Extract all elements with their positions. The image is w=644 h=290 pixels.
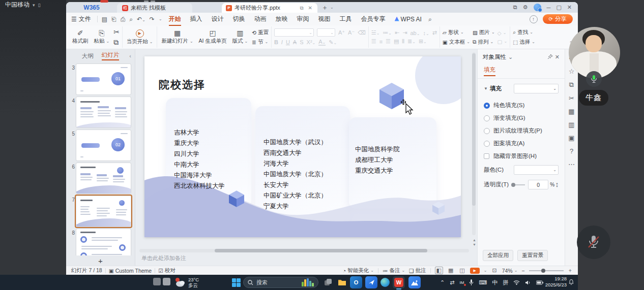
reset-background-button[interactable]: 重置背景 [517, 250, 548, 261]
settings-gear-icon[interactable]: ⚙ [523, 4, 528, 11]
hidden-icons-chevron[interactable]: ⌃ [437, 279, 447, 286]
normal-view-icon[interactable]: ◧ [435, 267, 443, 274]
decrease-indent-icon[interactable]: ⇤ [395, 29, 399, 36]
bold-icon[interactable]: B [274, 39, 278, 45]
save-icon[interactable]: ▤ [100, 16, 109, 23]
slider-handle[interactable] [511, 183, 515, 187]
university-list-1[interactable]: 吉林大学 重庆大学 四川大学 中南大学 中国海洋大学 西北农林科技大学 [174, 127, 225, 191]
picture-button[interactable]: ▨图片⌄ [473, 29, 495, 36]
font-color-icon[interactable]: A⌄ [318, 39, 326, 46]
scrollbar-thumb[interactable] [215, 249, 427, 252]
chart-panel-icon[interactable]: ▥ [568, 121, 574, 128]
selection-pane-icon[interactable]: ▣ [568, 134, 574, 142]
paste-button[interactable]: ⎘粘贴 ⌄ [93, 29, 111, 45]
share-button[interactable]: ⟳ 分享 [543, 14, 573, 24]
reading-view-icon[interactable]: ◫ [458, 267, 465, 274]
close-button[interactable]: ✕ [567, 4, 572, 11]
section-expand-icon[interactable]: ▼ [484, 86, 488, 91]
print-preview-icon[interactable]: ⌕ [127, 16, 135, 23]
zoom-out-icon[interactable]: − [521, 268, 524, 274]
horizontal-scrollbar[interactable] [139, 249, 469, 252]
outlook-button[interactable]: O [350, 276, 362, 288]
slide-thumbnail-8[interactable]: 8 [68, 229, 132, 255]
copy-icon[interactable]: ⧉ [113, 39, 120, 46]
add-slide-button[interactable]: + [66, 255, 135, 266]
slide-thumbnail-6[interactable]: 6 [68, 163, 132, 194]
tab-home-ribbon[interactable]: 开始 [164, 14, 186, 24]
comments-button[interactable]: ❑批注 [409, 267, 426, 274]
slide-sorter-icon[interactable]: ▦ [447, 267, 454, 274]
tab-view[interactable]: 视图 [314, 14, 335, 24]
notes-button[interactable]: ≔备注⌄ [383, 267, 405, 274]
ai-generate-page-button[interactable]: ◰AI 生成单页 [197, 29, 228, 45]
find-button[interactable]: ⌕查找⌄ [513, 29, 535, 36]
wps-app-button[interactable]: W [393, 276, 405, 288]
help-icon[interactable]: ? [570, 147, 573, 155]
zoom-slider-handle[interactable] [541, 269, 545, 273]
upload-cloud-icon[interactable]: ↑ [530, 15, 538, 23]
tab-slideshow[interactable]: 放映 [271, 14, 292, 24]
tray-mic-icon[interactable] [466, 279, 476, 286]
font-family-select[interactable]: ⌄ [274, 28, 314, 37]
highlight-icon[interactable]: ✎⌄ [329, 39, 337, 46]
transparency-value[interactable]: 0 [528, 180, 548, 189]
font-size-select[interactable]: ⌄ [317, 28, 335, 37]
zoom-slider[interactable] [529, 270, 564, 271]
tab-fill[interactable]: 填充 [484, 66, 495, 76]
clear-format-icon[interactable]: ⌫ [358, 29, 366, 36]
slide-thumbnail-5[interactable]: 5 02 [68, 130, 132, 160]
transparency-slider[interactable] [512, 184, 525, 185]
reset-button[interactable]: ⟲重置 [252, 29, 269, 36]
slide-thumbnail-4[interactable]: 4 [68, 97, 132, 127]
radio-picture-fill[interactable]: 图片或纹理填充(P) [478, 127, 565, 135]
radio-gradient-fill[interactable]: 渐变填充(G) [478, 114, 565, 122]
bird-app-button[interactable] [365, 276, 377, 288]
tab-slides[interactable]: 幻灯片 [102, 51, 120, 60]
zoom-in-icon[interactable]: ＋ [568, 267, 573, 274]
shapes-button[interactable]: ▱形状⌄ [443, 29, 470, 36]
tab-member[interactable]: 会员专享 [357, 14, 390, 24]
scroll-arrows[interactable]: ▲▼ [473, 238, 476, 246]
meeting-app-button[interactable] [408, 276, 421, 288]
tab-design[interactable]: 设计 [207, 14, 228, 24]
slide-thumbnail-3[interactable]: 3 01 [68, 64, 132, 94]
section-button[interactable]: ≣节⌄ [252, 39, 269, 46]
tab-document-active[interactable]: P 考研经验分享.pptx ⧉ ✕ [222, 3, 317, 13]
theme-button[interactable]: ▣Custom Theme [109, 268, 152, 274]
arrange-button[interactable]: ⧉排列⌄ [473, 39, 495, 46]
minimize-button[interactable]: ─ [547, 5, 551, 11]
export-icon[interactable]: ⎗ [109, 16, 119, 23]
increase-indent-icon[interactable]: ⇥ [402, 29, 407, 36]
tab-insert[interactable]: 插入 [186, 14, 207, 24]
radio-pattern-fill[interactable]: 图案填充(A) [478, 140, 565, 147]
university-list-2[interactable]: 中国地质大学（武汉） 西南交通大学 河海大学 中国地质大学（北京） 长安大学 中… [264, 137, 327, 212]
start-button[interactable] [230, 276, 242, 288]
tab-close-icon[interactable]: ✕ [307, 5, 313, 11]
window-preview-thumbnail[interactable] [153, 278, 161, 285]
fullscreen-icon[interactable]: ⊡ [491, 267, 497, 274]
checkbox-hide-background[interactable]: 隐藏背景图形(H) [478, 152, 565, 160]
university-list-3[interactable]: 中国地质科学院 成都理工大学 重庆交通大学 [355, 144, 400, 176]
proofing-button[interactable]: ☑校对 [158, 267, 175, 274]
slide-thumbnail-7-selected[interactable]: 7 [68, 196, 132, 227]
tab-wps-ai[interactable]: WPS AI [390, 15, 426, 23]
netspeed-icon[interactable]: IM [457, 280, 466, 285]
distribute-icon[interactable]: ⫴ [402, 38, 404, 45]
maximize-button[interactable]: ▢ [556, 4, 561, 11]
undo-icon[interactable]: ↶⌄ [135, 16, 148, 23]
numbering-icon[interactable]: ≔⌄ [383, 29, 392, 36]
spinner-buttons[interactable]: ▲▼ [555, 182, 559, 188]
textbox-button[interactable]: ▣文本框⌄ [443, 39, 470, 46]
play-from-page-button[interactable]: ▶当页开始 ⌄ [125, 29, 155, 45]
toggles-icon[interactable]: ⇄ [447, 279, 457, 286]
speaker-icon[interactable] [522, 280, 534, 285]
close-panel-icon[interactable]: ✕ [555, 54, 560, 60]
align-center-icon[interactable]: ≡ [379, 39, 383, 45]
columns-icon[interactable]: ≣⌄ [407, 38, 416, 45]
tab-tools[interactable]: 工具 [335, 14, 357, 24]
new-slide-button[interactable]: ▦新建幻灯片 ⌄ [160, 29, 194, 45]
notification-bell-icon[interactable] [566, 279, 577, 285]
tab-wps-home[interactable]: W365 [66, 2, 117, 13]
text-direction-icon[interactable]: ab⌄ [410, 30, 420, 36]
convert-smartart-icon[interactable]: ⇄ [432, 29, 437, 36]
